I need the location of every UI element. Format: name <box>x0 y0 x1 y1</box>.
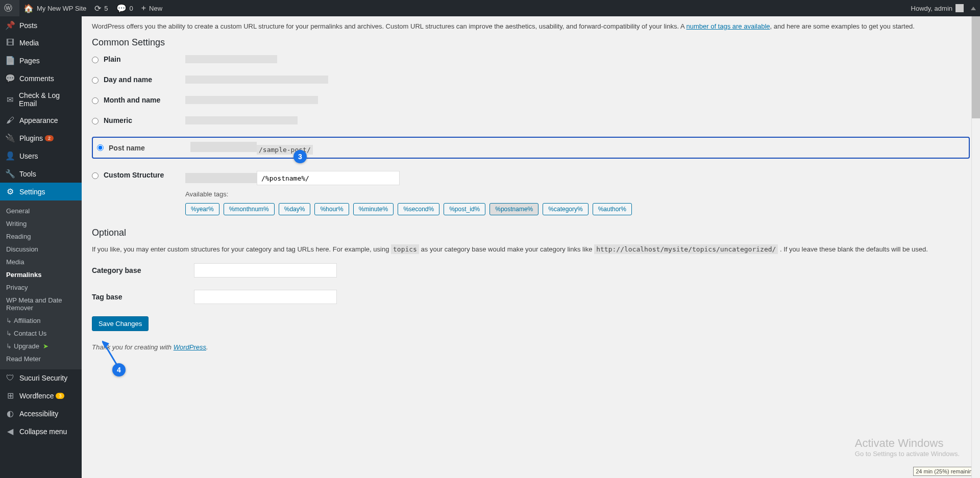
tag-buttons-row: %year%%monthnum%%day%%hour%%minute%%seco… <box>185 203 632 215</box>
updates-count: 5 <box>104 5 108 12</box>
menu-icon: 🔧 <box>5 169 15 179</box>
tag-button-day[interactable]: %day% <box>279 203 311 215</box>
category-base-input[interactable] <box>194 263 337 278</box>
radio-month-name[interactable] <box>92 97 99 104</box>
svg-marker-5 <box>102 340 109 348</box>
site-name: My New WP Site <box>37 5 86 12</box>
plus-icon: + <box>141 4 146 13</box>
category-base-row: Category base <box>92 263 970 278</box>
expand-triangle-icon <box>971 7 976 10</box>
submenu-item-reading[interactable]: Reading <box>0 230 82 243</box>
radio-plain[interactable] <box>92 57 99 63</box>
site-name-link[interactable]: 🏠My New WP Site <box>19 0 90 16</box>
tag-button-category[interactable]: %category% <box>543 203 588 215</box>
optional-text: If you like, you may enter custom struct… <box>92 245 970 253</box>
intro-text: WordPress offers you the ability to crea… <box>92 22 970 30</box>
sidebar-item-sucuri-security[interactable]: 🛡Sucuri Security <box>0 369 82 387</box>
sidebar-item-appearance[interactable]: 🖌Appearance <box>0 112 82 129</box>
footer-credit: Thank you for creating with WordPress. <box>82 341 980 361</box>
menu-icon: 🖌 <box>5 116 15 125</box>
sidebar-item-tools[interactable]: 🔧Tools <box>0 165 82 183</box>
sidebar-item-posts[interactable]: 📌Posts <box>0 16 82 34</box>
sidebar-item-check-log-email[interactable]: ✉Check & Log Email <box>0 87 82 112</box>
submenu-item-wp-meta-and-date-remover[interactable]: WP Meta and Date Remover <box>0 294 82 314</box>
option-day-name[interactable]: Day and name <box>92 76 970 84</box>
submenu-item-permalinks[interactable]: Permalinks <box>0 268 82 281</box>
sidebar-item-accessibility[interactable]: ◐Accessibility <box>0 405 82 422</box>
content-area: WordPress offers you the ability to crea… <box>82 16 980 478</box>
tag-button-minute[interactable]: %minute% <box>353 203 394 215</box>
menu-icon: 🔌 <box>5 133 15 143</box>
tag-button-monthnum[interactable]: %monthnum% <box>224 203 275 215</box>
howdy-label: Howdy, admin <box>911 5 952 12</box>
comments-count: 0 <box>130 5 133 12</box>
menu-icon: 👤 <box>5 151 15 161</box>
radio-custom-structure[interactable] <box>92 172 99 179</box>
tag-button-post_id[interactable]: %post_id% <box>444 203 485 215</box>
submenu-item-read-meter[interactable]: Read Meter <box>0 353 82 365</box>
menu-icon: ◀ <box>5 426 15 436</box>
tag-base-input[interactable] <box>194 290 337 304</box>
submenu-item-affiliation[interactable]: ↳Affiliation <box>0 314 82 327</box>
option-month-name[interactable]: Month and name <box>92 96 970 104</box>
comments-link[interactable]: 💬0 <box>112 0 137 16</box>
menu-icon: 📌 <box>5 20 15 30</box>
menu-icon: 🎞 <box>5 38 15 47</box>
sidebar-item-settings[interactable]: ⚙Settings <box>0 183 82 200</box>
custom-structure-input[interactable] <box>257 171 400 185</box>
wordpress-icon: ⓦ <box>4 3 12 14</box>
submenu-item-media[interactable]: Media <box>0 256 82 268</box>
tag-button-year[interactable]: %year% <box>185 203 219 215</box>
scrollbar-thumb[interactable] <box>972 16 980 118</box>
radio-post-name[interactable] <box>97 144 104 151</box>
submenu-item-contact-us[interactable]: ↳Contact Us <box>0 327 82 340</box>
submenu-item-upgrade[interactable]: ↳Upgrade ➤ <box>0 340 82 353</box>
tag-button-second[interactable]: %second% <box>398 203 439 215</box>
battery-tooltip: 24 min (25%) remaining <box>913 467 978 476</box>
sidebar-item-comments[interactable]: 💬Comments <box>0 69 82 87</box>
tag-base-row: Tag base <box>92 290 970 304</box>
radio-numeric[interactable] <box>92 118 99 124</box>
menu-icon: 🛡 <box>5 373 15 383</box>
submenu-item-discussion[interactable]: Discussion <box>0 243 82 256</box>
badge: 3 <box>56 393 64 399</box>
wp-logo-menu[interactable]: ⓦ <box>0 0 19 16</box>
sidebar-item-pages[interactable]: 📄Pages <box>0 52 82 69</box>
option-custom-structure[interactable]: Custom Structure Available tags: %year%%… <box>92 171 970 215</box>
menu-icon: ✉ <box>5 95 15 105</box>
wordpress-link[interactable]: WordPress <box>174 343 206 351</box>
option-numeric[interactable]: Numeric <box>92 116 970 124</box>
menu-icon: 📄 <box>5 56 15 65</box>
submenu-item-privacy[interactable]: Privacy <box>0 281 82 294</box>
scrollbar[interactable] <box>971 16 980 478</box>
sidebar-item-media[interactable]: 🎞Media <box>0 34 82 52</box>
tags-available-link[interactable]: number of tags are available <box>686 22 770 30</box>
annotation-3: 3 <box>293 150 307 163</box>
new-content-link[interactable]: +New <box>137 0 166 16</box>
tag-button-postname[interactable]: %postname% <box>489 203 538 215</box>
account-menu[interactable]: Howdy, admin <box>907 0 968 16</box>
submenu-item-general[interactable]: General <box>0 205 82 217</box>
menu-icon: 💬 <box>5 73 15 83</box>
tag-button-hour[interactable]: %hour% <box>314 203 349 215</box>
common-settings-heading: Common Settings <box>92 37 970 48</box>
option-post-name-highlighted[interactable]: Post name /sample-post/ <box>92 137 970 159</box>
comment-icon: 💬 <box>116 4 127 13</box>
tag-button-author[interactable]: %author% <box>593 203 632 215</box>
sidebar-item-users[interactable]: 👤Users <box>0 147 82 165</box>
updates-link[interactable]: ⟳5 <box>90 0 112 16</box>
menu-icon: ⚙ <box>5 187 15 196</box>
svg-line-4 <box>105 344 117 366</box>
annotation-4: 4 <box>112 363 126 376</box>
sidebar-item-plugins[interactable]: 🔌Plugins2 <box>0 129 82 147</box>
radio-day-name[interactable] <box>92 77 99 84</box>
sidebar-item-collapse-menu[interactable]: ◀Collapse menu <box>0 422 82 440</box>
admin-sidebar: 📌Posts🎞Media📄Pages💬Comments✉Check & Log … <box>0 16 82 478</box>
submenu-item-writing[interactable]: Writing <box>0 217 82 230</box>
menu-icon: ◐ <box>5 409 15 418</box>
menu-icon: ⊞ <box>5 391 15 400</box>
avatar-icon <box>955 4 964 12</box>
sidebar-item-wordfence[interactable]: ⊞Wordfence3 <box>0 387 82 405</box>
save-changes-button[interactable]: Save Changes <box>92 316 149 331</box>
option-plain[interactable]: Plain <box>92 55 970 63</box>
